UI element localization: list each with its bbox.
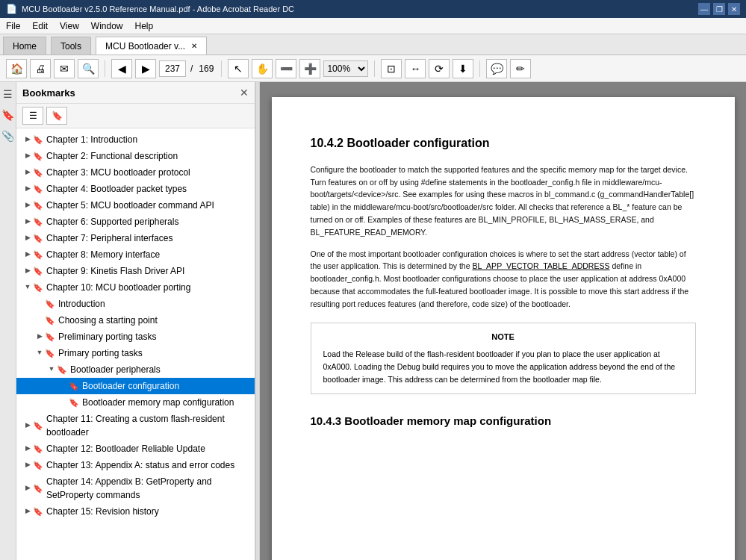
sidebar-item-ch13[interactable]: ▶ 🔖 Chapter 13: Appendix A: status and e… [16,457,255,473]
bookmark-icon: 🔖 [33,167,43,179]
toolbar: 🏠 🖨 ✉ 🔍 ◀ ▶ / 169 ↖ ✋ ➖ ➕ 100% 75% 125% … [0,55,746,82]
expand-icon: ▼ [22,282,33,293]
chapter-label: Chapter 5: MCU bootloader command API [46,199,252,212]
rotate-button[interactable]: ⟳ [429,59,450,78]
sidebar-item-ch10[interactable]: ▼ 🔖 Chapter 10: MCU bootloader porting [16,279,255,296]
chapter-label: Chapter 2: Functional description [46,149,252,163]
sidebar-item-ch14[interactable]: ▶ 🔖 Chapter 14: Appendix B: GetProperty … [16,473,255,503]
minimize-button[interactable]: — [698,3,710,15]
bookmark-icon: 🔖 [45,347,55,360]
main-layout: ☰ 🔖 📎 Bookmarks ✕ ☰ 🔖 ▶ 🔖 Chapter 1: Int… [0,82,746,560]
select-tool-button[interactable]: ↖ [228,59,249,78]
bookmark-icon: 🔖 [69,396,79,409]
sidebar-item-ch7[interactable]: ▶ 🔖 Chapter 7: Peripheral interfaces [16,230,255,246]
title-bar-text: MCU Bootloader v2.5.0 Reference Manual.p… [22,4,294,13]
fit-page-button[interactable]: ⊡ [381,59,402,78]
hand-tool-button[interactable]: ✋ [252,59,273,78]
expand-icon: ▶ [22,444,33,454]
sidebar-item-ch12[interactable]: ▶ 🔖 Chapter 12: Bootloader Reliable Upda… [16,441,255,457]
pdf-area[interactable]: 10.4.2 Bootloader configuration Configur… [260,82,746,560]
sidebar-item-ch9[interactable]: ▶ 🔖 Chapter 9: Kinetis Flash Driver API [16,263,255,279]
highlight-button[interactable]: ✏ [510,59,531,78]
prev-page-button[interactable]: ◀ [111,59,132,78]
zoom-out-button[interactable]: ➖ [276,59,296,78]
bookmark-icon: 🔖 [33,281,43,294]
sidebar-item-ch4[interactable]: ▶ 🔖 Chapter 4: Bootloader packet types [16,181,255,197]
expand-icon: ▶ [22,200,33,211]
page-number-input[interactable] [159,60,186,77]
bookmark-icon: 🔖 [33,134,43,146]
primary-label: Primary porting tasks [58,346,252,360]
menu-file[interactable]: File [6,21,20,31]
sidebar-content[interactable]: ▶ 🔖 Chapter 1: Introduction ▶ 🔖 Chapter … [16,128,255,560]
sidebar-item-ch5[interactable]: ▶ 🔖 Chapter 5: MCU bootloader command AP… [16,197,255,214]
sidebar-close-button[interactable]: ✕ [240,87,249,99]
search-button[interactable]: 🔍 [78,59,99,78]
sidebar-item-ch11[interactable]: ▶ 🔖 Chapter 11: Creating a custom flash-… [16,411,255,441]
download-button[interactable]: ⬇ [453,59,473,78]
layers-panel-icon[interactable]: 📎 [1,130,14,142]
sidebar-item-ch15[interactable]: ▶ 🔖 Chapter 15: Revision history [16,503,255,520]
note-title: NOTE [323,331,683,344]
tab-tools[interactable]: Tools [51,37,91,55]
bookmark-icon: 🔖 [33,216,43,228]
chapter-label: Chapter 15: Revision history [46,505,252,518]
section-body-2: One of the most important bootloader con… [311,248,696,311]
fit-width-button[interactable]: ↔ [405,59,426,78]
chapter-label: Chapter 11: Creating a custom flash-resi… [46,412,252,439]
print-button[interactable]: 🖨 [30,59,51,78]
home-button[interactable]: 🏠 [6,59,27,78]
bookmark-icon: 🔖 [33,420,43,432]
menu-help[interactable]: Help [135,21,154,31]
sidebar-item-bl-memmap[interactable]: 🔖 Bootloader memory map configuration [16,394,255,411]
expand-icon: ▶ [22,151,33,161]
sidebar-item-bl-peripherals[interactable]: ▼ 🔖 Bootloader peripherals [16,361,255,378]
bl-memmap-label: Bootloader memory map configuration [82,396,252,409]
panel-toggle-icon[interactable]: ☰ [3,88,13,100]
separator-2 [221,60,222,77]
tab-close-button[interactable]: ✕ [191,42,197,50]
title-bar-controls[interactable]: — ❐ ✕ [698,3,740,15]
menu-view[interactable]: View [60,21,79,31]
sidebar-item-bl-config[interactable]: 🔖 Bootloader configuration [16,378,255,394]
sidebar-item-ch2[interactable]: ▶ 🔖 Chapter 2: Functional description [16,148,255,164]
email-button[interactable]: ✉ [54,59,75,78]
expand-icon: ▶ [22,460,33,470]
app-icon: 📄 [6,4,17,14]
sidebar-item-intro[interactable]: 🔖 Introduction [16,296,255,312]
bookmark-panel-icon[interactable]: 🔖 [1,109,14,121]
next-page-button[interactable]: ▶ [135,59,156,78]
bookmark-icon: 🔖 [33,443,43,455]
prelim-label: Preliminary porting tasks [58,330,252,343]
sidebar-item-ch8[interactable]: ▶ 🔖 Chapter 8: Memory interface [16,246,255,263]
sidebar-expand-button[interactable]: ☰ [22,107,43,125]
sidebar-item-start[interactable]: 🔖 Choosing a starting point [16,312,255,329]
bookmark-icon: 🔖 [33,232,43,245]
section-body-1: Configure the bootloader to match the su… [311,164,696,239]
close-button[interactable]: ✕ [728,3,740,15]
bookmark-icon: 🔖 [33,199,43,212]
comment-button[interactable]: 💬 [486,59,507,78]
bookmark-icon: 🔖 [45,314,55,327]
sidebar-item-primary[interactable]: ▼ 🔖 Primary porting tasks [16,345,255,361]
chapter-label: Chapter 1: Introduction [46,133,252,146]
tab-document[interactable]: MCU Bootloader v... ✕ [96,37,207,55]
sidebar-item-ch6[interactable]: ▶ 🔖 Chapter 6: Supported peripherals [16,214,255,230]
expand-icon: ▶ [22,420,33,431]
zoom-in-button[interactable]: ➕ [299,59,320,78]
menu-window[interactable]: Window [91,21,123,31]
bookmark-icon: 🔖 [33,183,43,196]
section-heading-2: 10.4.3 Bootloader memory map configurati… [311,412,696,429]
vector-table-link[interactable]: BL_APP_VECTOR_TABLE_ADDRESS [472,261,609,270]
zoom-select[interactable]: 100% 75% 125% 150% [323,60,368,77]
chapter-label: Chapter 13: Appendix A: status and error… [46,458,252,472]
sidebar-item-ch1[interactable]: ▶ 🔖 Chapter 1: Introduction [16,131,255,148]
chapter-label: Chapter 3: MCU bootloader protocol [46,166,252,179]
maximize-button[interactable]: ❐ [713,3,725,15]
sidebar-item-ch3[interactable]: ▶ 🔖 Chapter 3: MCU bootloader protocol [16,164,255,181]
sidebar-item-prelim[interactable]: ▶ 🔖 Preliminary porting tasks [16,329,255,345]
sidebar-bookmark-button[interactable]: 🔖 [46,107,67,125]
separator-4 [479,60,480,77]
menu-edit[interactable]: Edit [32,21,48,31]
tab-home[interactable]: Home [3,37,46,55]
